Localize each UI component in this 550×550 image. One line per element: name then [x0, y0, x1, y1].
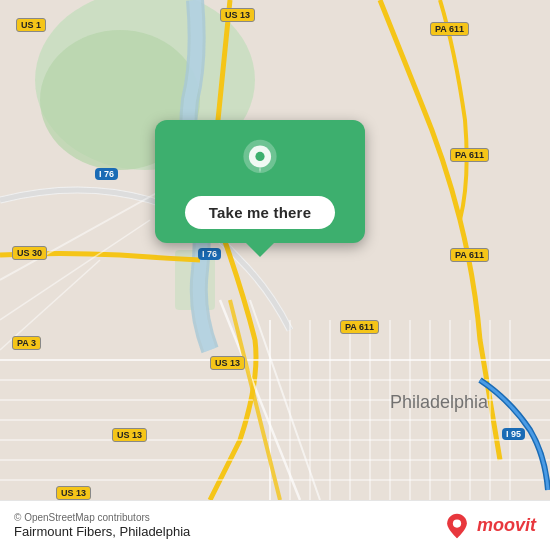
road-badge-pa3: PA 3 [12, 336, 41, 350]
road-badge-us13-bottom: US 13 [56, 486, 91, 500]
location-label: Fairmount Fibers, Philadelphia [14, 524, 190, 539]
road-badge-i76-left: I 76 [95, 168, 118, 180]
road-badge-us13-left: US 13 [210, 356, 245, 370]
bottom-left: © OpenStreetMap contributors Fairmount F… [14, 512, 190, 539]
svg-point-34 [453, 519, 461, 527]
road-badge-us13-top: US 13 [220, 8, 255, 22]
location-pin-icon [236, 138, 284, 186]
svg-point-33 [255, 152, 264, 161]
moovit-brand-text: moovit [477, 515, 536, 536]
map-container: Philadelphia Take me there US 1 US 13 PA… [0, 0, 550, 500]
copyright-text: © OpenStreetMap contributors [14, 512, 190, 523]
road-badge-pa611-top: PA 611 [430, 22, 469, 36]
moovit-pin-icon [443, 512, 471, 540]
road-badge-pa611-right: PA 611 [450, 248, 489, 262]
take-me-there-button[interactable]: Take me there [185, 196, 335, 229]
road-badge-us30: US 30 [12, 246, 47, 260]
tooltip-card: Take me there [155, 120, 365, 243]
road-badge-pa611-mid: PA 611 [450, 148, 489, 162]
moovit-logo[interactable]: moovit [443, 512, 536, 540]
road-badge-i76-mid: I 76 [198, 248, 221, 260]
bottom-bar: © OpenStreetMap contributors Fairmount F… [0, 500, 550, 550]
road-badge-us1: US 1 [16, 18, 46, 32]
road-badge-us13-lower: US 13 [112, 428, 147, 442]
road-badge-pa611-lower: PA 611 [340, 320, 379, 334]
road-badge-i95: I 95 [502, 428, 525, 440]
svg-text:Philadelphia: Philadelphia [390, 392, 489, 412]
